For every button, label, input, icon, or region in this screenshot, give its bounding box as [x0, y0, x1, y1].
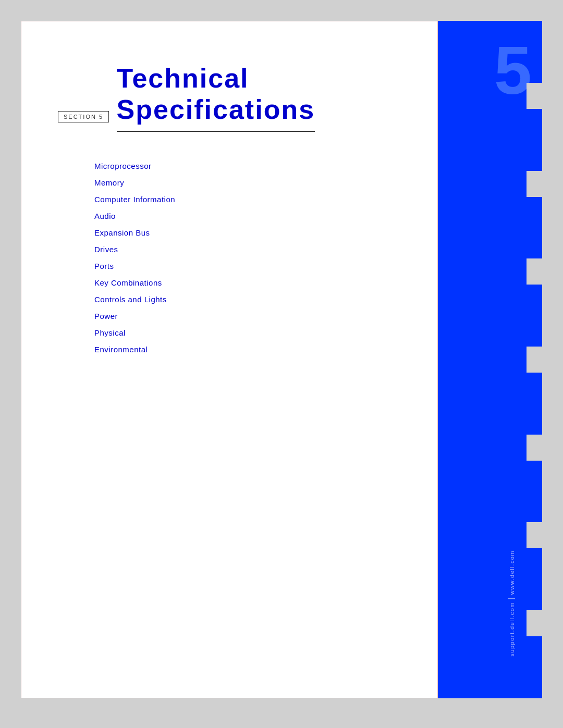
notches-container — [527, 21, 542, 698]
toc-list-item: Microprocessor — [94, 158, 406, 175]
title-block: Technical Specifications — [117, 63, 315, 132]
toc-list-item: Key Combinations — [94, 275, 406, 291]
page-container: SECTION 5 Technical Specifications Micro… — [21, 21, 542, 698]
url-text-1: www.dell.com — [509, 550, 515, 595]
toc-list: MicroprocessorMemoryComputer Information… — [94, 158, 406, 358]
notch-1 — [527, 83, 542, 109]
section-badge: SECTION 5 — [58, 111, 109, 122]
toc-list-item: Controls and Lights — [94, 291, 406, 308]
toc-link-memory[interactable]: Memory — [94, 178, 124, 187]
notch-5 — [527, 435, 542, 461]
notch-7 — [527, 610, 542, 636]
toc-link-audio[interactable]: Audio — [94, 212, 116, 220]
page-title: Technical Specifications — [117, 63, 315, 126]
notch-6 — [527, 522, 542, 548]
toc-list-item: Ports — [94, 258, 406, 275]
toc-link-microprocessor[interactable]: Microprocessor — [94, 162, 152, 170]
toc-link-key-combinations[interactable]: Key Combinations — [94, 278, 162, 287]
toc-link-expansion-bus[interactable]: Expansion Bus — [94, 228, 150, 237]
vertical-text-container: www.dell.com | support.dell.com — [508, 550, 516, 657]
toc-link-controls-and-lights[interactable]: Controls and Lights — [94, 295, 167, 304]
toc-link-drives[interactable]: Drives — [94, 245, 118, 254]
toc-link-physical[interactable]: Physical — [94, 328, 126, 337]
notch-2 — [527, 171, 542, 197]
toc-list-item: Audio — [94, 208, 406, 225]
toc-list-item: Drives — [94, 241, 406, 258]
url-divider: | — [508, 598, 516, 600]
toc-link-ports[interactable]: Ports — [94, 262, 114, 270]
toc-list-item: Memory — [94, 175, 406, 191]
notch-3 — [527, 258, 542, 285]
toc-link-environmental[interactable]: Environmental — [94, 345, 148, 354]
right-sidebar: 5 www.dell.com | support.dell.com — [438, 21, 542, 698]
toc-link-computer-information[interactable]: Computer Information — [94, 195, 175, 204]
toc-link-power[interactable]: Power — [94, 312, 118, 320]
main-content: SECTION 5 Technical Specifications Micro… — [21, 21, 438, 698]
toc-list-item: Power — [94, 308, 406, 325]
toc-list-item: Computer Information — [94, 191, 406, 208]
toc-list-item: Environmental — [94, 341, 406, 358]
toc-list-item: Expansion Bus — [94, 225, 406, 241]
url-text-2: support.dell.com — [509, 602, 515, 657]
toc-list-item: Physical — [94, 325, 406, 341]
notch-4 — [527, 347, 542, 373]
